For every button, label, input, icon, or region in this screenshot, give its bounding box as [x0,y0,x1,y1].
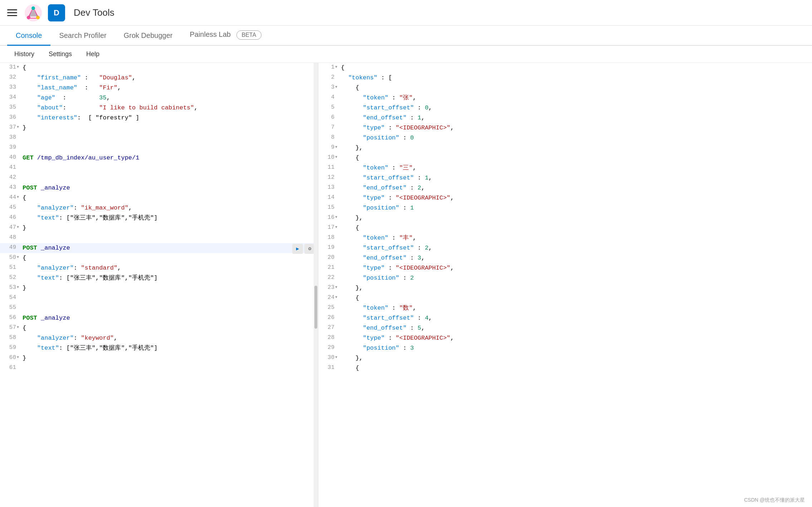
line-number: 34 [0,93,20,102]
editor-line: 38 [0,133,318,143]
response-line: 29 "position" : 3 [318,343,812,353]
line-content: "analyzer": "ik_max_word", [20,203,318,213]
response-line-content: "end_offset" : 2, [338,183,812,193]
response-line-content: "token" : "张", [338,93,812,103]
nav-tabs: Console Search Profiler Grok Debugger Pa… [0,26,812,46]
line-number: 44▼ [0,193,20,202]
line-content: "first_name" : "Douglas", [20,73,318,83]
editor-code-area[interactable]: 31▼{32 "first_name" : "Douglas",33 "last… [0,63,318,507]
tab-console[interactable]: Console [7,26,50,46]
response-line-number: 4 [318,93,338,102]
response-line-number: 6 [318,113,338,122]
line-number: 41 [0,163,20,172]
editor-line: 47▼} [0,223,318,233]
nav-history[interactable]: History [7,47,41,61]
response-fold-arrow[interactable]: ▼ [335,225,337,230]
editor-line: 35 "about": "I like to build cabinets", [0,103,318,113]
response-line-number: 9▼ [318,143,338,152]
line-content [20,143,318,153]
line-number: 58 [0,333,20,343]
response-fold-arrow[interactable]: ▼ [335,84,337,90]
editor-line: 42 [0,173,318,183]
fold-arrow[interactable]: ▼ [17,64,19,70]
tab-search-profiler[interactable]: Search Profiler [50,26,115,46]
top-bar: D Dev Tools [0,0,812,26]
response-line-number: 3▼ [318,83,338,92]
editor-line: 40GET /tmp_db_index/au_user_type/1 [0,153,318,163]
line-content [20,363,318,373]
editor-scrollbar-thumb[interactable] [314,286,317,329]
fold-arrow[interactable]: ▼ [17,225,19,230]
response-line: 17▼ { [318,223,812,233]
response-line: 23▼ }, [318,283,812,293]
response-line-number: 25 [318,303,338,312]
response-line: 12 "start_offset" : 1, [318,173,812,183]
response-line-content: }, [338,143,812,153]
response-fold-arrow[interactable]: ▼ [335,215,337,220]
response-fold-arrow[interactable]: ▼ [335,144,337,150]
editor-line: 44▼{ [0,193,318,203]
response-line: 10▼ { [318,153,812,163]
editor-line: 37▼} [0,123,318,133]
line-number: 60▼ [0,353,20,363]
response-line-content: "token" : "三", [338,163,812,173]
response-line-content: "position" : 2 [338,273,812,283]
nav-help[interactable]: Help [79,47,107,61]
tab-painless-lab[interactable]: Painless Lab BETA [181,25,270,46]
response-line: 28 "type" : "<IDEOGRAPHIC>", [318,333,812,343]
response-line: 18 "token" : "丰", [318,233,812,243]
response-line-content: "type" : "<IDEOGRAPHIC>", [338,193,812,203]
tab-grok-debugger[interactable]: Grok Debugger [115,26,181,46]
line-number: 52 [0,273,20,282]
line-number: 43 [0,183,20,192]
line-content: "about": "I like to build cabinets", [20,103,318,113]
editor-line: 33 "last_name" : "Fir", [0,83,318,93]
response-line-number: 2 [318,73,338,82]
response-fold-arrow[interactable]: ▼ [335,64,337,70]
line-content: } [20,283,318,293]
response-line: 1▼{ [318,63,812,73]
run-button[interactable]: ▶ [292,244,303,254]
editor-line: 50▼{ [0,253,318,263]
line-content: { [20,193,318,203]
response-line: 24▼ { [318,293,812,303]
line-number: 53▼ [0,283,20,292]
response-line-content: "token" : "丰", [338,233,812,243]
response-fold-arrow[interactable]: ▼ [335,355,337,360]
editor-line: 51 "analyzer": "standard", [0,263,318,273]
app-icon: D [48,4,65,21]
line-number: 35 [0,103,20,112]
line-content [20,163,318,173]
line-number: 61 [0,363,20,373]
response-fold-arrow[interactable]: ▼ [335,295,337,300]
fold-arrow[interactable]: ▼ [17,255,19,260]
fold-arrow[interactable]: ▼ [17,285,19,290]
response-line-content: "position" : 3 [338,343,812,353]
editor-scrollbar[interactable] [314,63,318,507]
response-line-number: 8 [318,133,338,142]
response-fold-arrow[interactable]: ▼ [335,285,337,290]
line-number: 36 [0,113,20,122]
fold-arrow[interactable]: ▼ [17,124,19,130]
line-number: 59 [0,343,20,353]
line-content [20,233,318,243]
line-content [20,293,318,303]
nav-settings[interactable]: Settings [41,47,79,61]
response-code-area[interactable]: 1▼{2 "tokens" : [3▼ {4 "token" : "张",5 "… [318,63,812,507]
response-line: 13 "end_offset" : 2, [318,183,812,193]
fold-arrow[interactable]: ▼ [17,325,19,330]
response-line: 8 "position" : 0 [318,133,812,143]
response-line-content: { [338,63,812,73]
beta-badge: BETA [236,30,262,40]
response-fold-arrow[interactable]: ▼ [335,154,337,160]
hamburger-menu[interactable] [7,7,19,19]
response-line-content: "end_offset" : 3, [338,253,812,263]
response-line-content: "position" : 1 [338,203,812,213]
editor-line: 61 [0,363,318,373]
response-line: 5 "start_offset" : 0, [318,103,812,113]
response-line-content: "end_offset" : 1, [338,113,812,123]
response-line-number: 5 [318,103,338,112]
fold-arrow[interactable]: ▼ [17,355,19,360]
response-line-content: "start_offset" : 1, [338,173,812,183]
fold-arrow[interactable]: ▼ [17,195,19,200]
